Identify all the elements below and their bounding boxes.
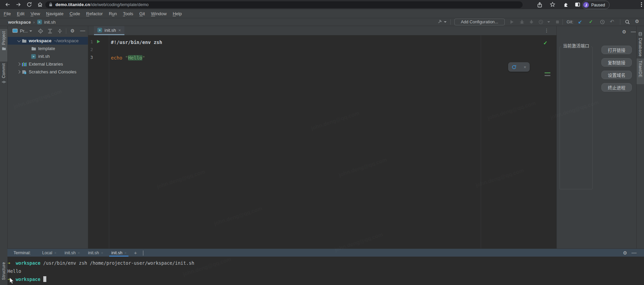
project-view-selector[interactable]: Pr...: [20, 28, 28, 33]
close-icon[interactable]: ×: [524, 65, 526, 70]
home-icon[interactable]: [37, 2, 43, 7]
tree-item-init-sh[interactable]: >init.sh: [8, 52, 88, 60]
tool-window-tab-titanide[interactable]: TitanIDE: [637, 58, 644, 84]
menu-window[interactable]: Window: [148, 11, 170, 16]
bookmark-star-icon[interactable]: [550, 2, 555, 7]
terminal-output[interactable]: ➜ workspace /usr/bin/env zsh /home/proje…: [7, 257, 644, 283]
settings-gear-icon[interactable]: ⚙: [635, 19, 639, 24]
tree-item-external-libraries[interactable]: External Libraries: [8, 60, 88, 68]
panel-options-gear-icon[interactable]: ⚙: [622, 29, 626, 34]
tool-window-tab-commit[interactable]: Commit: [0, 61, 7, 88]
profiler-icon[interactable]: [538, 19, 544, 25]
terminal-tab-0-local[interactable]: Local×: [38, 249, 61, 257]
hide-terminal-icon[interactable]: —: [631, 250, 637, 255]
git-update-icon[interactable]: ↙: [578, 19, 582, 24]
copy-link-button[interactable]: 复制链接: [601, 58, 632, 67]
build-icon[interactable]: [437, 19, 442, 25]
menu-run[interactable]: Run: [106, 11, 120, 16]
project-tab-label: Project: [1, 31, 6, 45]
menu-refactor[interactable]: Refactor: [83, 11, 106, 16]
panel-header-separator: [66, 28, 66, 34]
terminal-tab-3-init-sh[interactable]: init.sh×: [107, 249, 130, 257]
reload-icon[interactable]: [26, 2, 32, 7]
tool-window-tab-project[interactable]: Project: [0, 29, 7, 62]
tab-close-icon[interactable]: ×: [124, 251, 126, 255]
menu-file[interactable]: File: [1, 11, 14, 16]
locate-file-icon[interactable]: [38, 28, 43, 34]
toolbar-separator: [450, 19, 451, 25]
menu-edit[interactable]: Edit: [14, 11, 27, 16]
debug-icon[interactable]: [519, 19, 525, 25]
hide-panel-icon[interactable]: —: [80, 27, 85, 33]
terminal-dropdown-chevron-icon[interactable]: [143, 251, 143, 255]
breadcrumb-separator-icon: ›: [33, 20, 34, 25]
git-commit-check-icon[interactable]: ✓: [589, 19, 593, 24]
new-terminal-plus-icon[interactable]: +: [134, 250, 137, 256]
tab-close-icon[interactable]: ×: [54, 251, 56, 255]
chevron-down-icon[interactable]: [16, 40, 22, 42]
run-gutter-icon[interactable]: [97, 40, 100, 43]
tab-close-icon[interactable]: ×: [118, 28, 121, 33]
back-icon[interactable]: [5, 2, 10, 7]
extensions-icon[interactable]: [563, 2, 569, 7]
rerun-floating-toolbar: ×: [508, 62, 530, 72]
menu-help[interactable]: Help: [170, 11, 185, 16]
collapse-all-icon[interactable]: [57, 28, 63, 34]
run-icon[interactable]: [509, 19, 515, 25]
tree-item-template[interactable]: template: [8, 45, 88, 52]
stop-icon[interactable]: [555, 19, 560, 25]
set-domain-button[interactable]: 设置域名: [601, 71, 632, 79]
database-icon: [638, 32, 642, 36]
menu-code[interactable]: Code: [67, 11, 83, 16]
terminal-settings-gear-icon[interactable]: ⚙: [623, 250, 627, 256]
tool-window-tab-structure[interactable]: Structure: [0, 260, 7, 285]
rerun-icon[interactable]: [511, 65, 517, 70]
terminal-line-2: ➜ workspace: [7, 275, 644, 283]
inspections-ok-icon[interactable]: ✓: [543, 40, 548, 46]
breadcrumb-file[interactable]: init.sh: [44, 20, 56, 25]
tree-item-workspace[interactable]: workspace~/workspace: [8, 37, 88, 45]
menu-git[interactable]: Git: [136, 11, 148, 16]
history-clock-icon[interactable]: [600, 19, 605, 25]
tool-window-tab-database[interactable]: Database: [637, 30, 644, 58]
terminal-tab-1-init-sh[interactable]: init.sh×: [61, 249, 84, 257]
breadcrumb-root[interactable]: workspace: [8, 20, 31, 25]
code-area[interactable]: 1#!/usr/bin/env zsh23echo "Hello" ✓ ×: [88, 35, 556, 248]
titanide-tab-label: TitanIDE: [638, 61, 643, 77]
profile-badge[interactable]: J Paused: [582, 1, 610, 9]
tab-close-icon[interactable]: ×: [101, 251, 103, 255]
side-panel-icon[interactable]: [575, 2, 580, 7]
terminal-tab-2-init-sh[interactable]: init.sh×: [84, 249, 107, 257]
rollback-icon[interactable]: ↶: [610, 19, 614, 25]
chevron-right-icon[interactable]: [16, 71, 22, 73]
hide-panel-icon[interactable]: —: [631, 28, 636, 34]
open-link-button[interactable]: 打开链接: [601, 46, 632, 54]
error-stripe-caret-marker[interactable]: [545, 75, 550, 76]
tab-options-icon[interactable]: ⋮: [544, 28, 549, 33]
project-view-icon[interactable]: [12, 28, 18, 33]
database-tab-label: Database: [638, 38, 643, 56]
editor-tab-init-sh[interactable]: > init.sh ×: [94, 26, 124, 35]
add-configuration-button[interactable]: Add Configuration...: [454, 19, 505, 25]
error-stripe-match-marker[interactable]: [545, 72, 550, 73]
menu-view[interactable]: View: [27, 11, 43, 16]
build-dropdown-caret-icon[interactable]: [444, 21, 447, 23]
mouse-pointer-icon: [9, 277, 15, 284]
browser-menu-dots-icon[interactable]: [639, 2, 644, 7]
run-dropdown-caret-icon[interactable]: [547, 21, 550, 23]
tree-item-scratches-and-consoles[interactable]: Scratches and Consoles: [8, 68, 88, 76]
share-icon[interactable]: [537, 2, 543, 8]
coverage-icon[interactable]: [529, 19, 534, 25]
tab-close-icon[interactable]: ×: [78, 251, 80, 255]
navigation-toolbar: workspace › > init.sh Add Configuration.…: [0, 18, 644, 26]
menu-tools[interactable]: Tools: [120, 11, 136, 16]
forward-icon[interactable]: [16, 2, 21, 7]
menu-navigate[interactable]: Navigate: [43, 11, 66, 16]
project-view-caret-icon[interactable]: [29, 30, 32, 32]
panel-options-gear-icon[interactable]: ⚙: [70, 28, 75, 33]
chevron-right-icon[interactable]: [16, 63, 22, 65]
search-everywhere-icon[interactable]: [625, 19, 630, 25]
expand-all-icon[interactable]: [47, 28, 53, 34]
kill-process-button[interactable]: 终止进程: [601, 83, 632, 92]
address-bar[interactable]: demo.titanide.cn/ide/web/coding/template…: [45, 1, 523, 8]
